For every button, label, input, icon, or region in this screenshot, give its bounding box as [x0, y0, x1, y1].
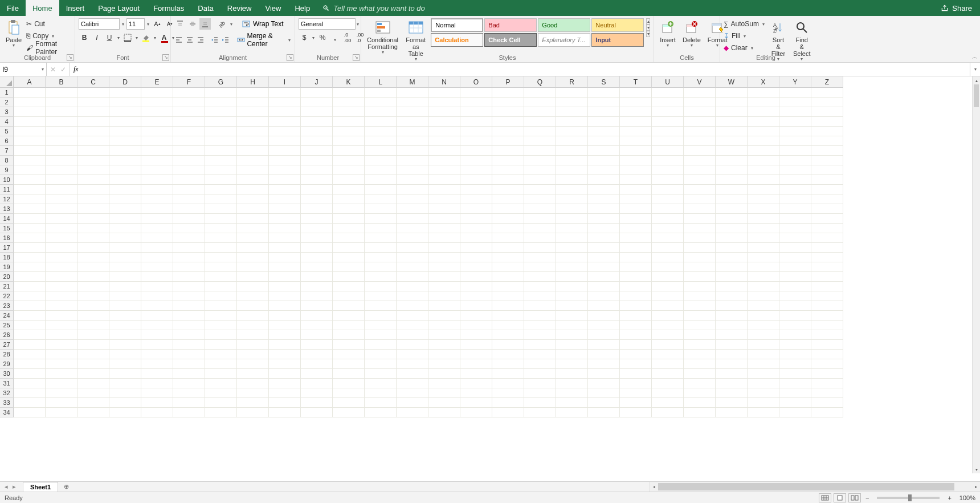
cell[interactable] [77, 107, 109, 117]
cell[interactable] [428, 117, 460, 127]
cell[interactable] [397, 233, 428, 243]
cell[interactable] [556, 408, 588, 417]
cell[interactable] [301, 282, 333, 291]
font-color-icon[interactable]: A [158, 32, 170, 43]
cell[interactable] [397, 350, 428, 359]
cell[interactable] [460, 165, 492, 175]
cell[interactable] [109, 379, 141, 388]
cell[interactable] [333, 204, 365, 214]
cell[interactable] [620, 340, 652, 350]
cell[interactable] [748, 321, 779, 330]
cell[interactable] [428, 233, 460, 243]
cell[interactable] [779, 107, 811, 117]
new-sheet-button[interactable]: ⊕ [60, 482, 72, 492]
cell[interactable] [779, 321, 811, 330]
cell[interactable] [269, 340, 301, 350]
cell[interactable] [237, 117, 269, 127]
cell[interactable] [237, 88, 269, 98]
cell[interactable] [269, 107, 301, 117]
cell[interactable] [428, 388, 460, 398]
cell[interactable] [428, 350, 460, 359]
cell[interactable] [365, 398, 397, 408]
tab-view[interactable]: View [258, 0, 288, 16]
cell[interactable] [748, 330, 779, 340]
row-header[interactable]: 24 [0, 311, 14, 321]
cell[interactable] [588, 98, 620, 107]
cell[interactable] [716, 311, 748, 321]
cell[interactable] [588, 107, 620, 117]
cell[interactable] [333, 233, 365, 243]
cell[interactable] [333, 127, 365, 136]
cell[interactable] [14, 185, 46, 194]
cell[interactable] [524, 301, 556, 311]
cell[interactable] [556, 185, 588, 194]
row-header[interactable]: 32 [0, 388, 14, 398]
cell[interactable] [205, 156, 237, 165]
cell[interactable] [428, 98, 460, 107]
normal-view-icon[interactable] [819, 493, 831, 502]
cell[interactable] [652, 388, 684, 398]
column-header[interactable]: C [77, 76, 109, 88]
scroll-left-icon[interactable]: ◂ [650, 484, 658, 489]
cell[interactable] [333, 379, 365, 388]
cell[interactable] [109, 136, 141, 146]
style-explanatory[interactable]: Explanatory T... [538, 33, 590, 47]
cell[interactable] [46, 379, 77, 388]
cell[interactable] [365, 301, 397, 311]
cell[interactable] [46, 311, 77, 321]
cell[interactable] [397, 117, 428, 127]
cell[interactable] [237, 214, 269, 224]
scroll-right-icon[interactable]: ▸ [972, 484, 980, 489]
column-header[interactable]: R [556, 76, 588, 88]
cell[interactable] [397, 291, 428, 301]
cell[interactable] [237, 194, 269, 204]
row-header[interactable]: 11 [0, 185, 14, 194]
cell[interactable] [237, 165, 269, 175]
cell[interactable] [333, 107, 365, 117]
cell[interactable] [460, 379, 492, 388]
cell[interactable] [652, 379, 684, 388]
cell[interactable] [779, 194, 811, 204]
cell[interactable] [588, 369, 620, 379]
cell[interactable] [14, 146, 46, 156]
column-header[interactable]: H [237, 76, 269, 88]
cell[interactable] [492, 321, 524, 330]
cell[interactable] [779, 291, 811, 301]
cell[interactable] [109, 88, 141, 98]
cell[interactable] [269, 262, 301, 272]
cell[interactable] [301, 388, 333, 398]
cell[interactable] [109, 243, 141, 253]
cell[interactable] [524, 408, 556, 417]
cell[interactable] [269, 272, 301, 282]
cell[interactable] [365, 204, 397, 214]
row-header[interactable]: 27 [0, 340, 14, 350]
cell[interactable] [237, 156, 269, 165]
cell[interactable] [141, 398, 173, 408]
cell[interactable] [173, 185, 205, 194]
row-header[interactable]: 33 [0, 398, 14, 408]
cell[interactable] [14, 350, 46, 359]
cell[interactable] [237, 291, 269, 301]
cell[interactable] [811, 175, 843, 185]
cell[interactable] [269, 388, 301, 398]
cell[interactable] [205, 369, 237, 379]
increase-font-icon[interactable]: A▴ [152, 18, 163, 30]
cell[interactable] [109, 350, 141, 359]
cell[interactable] [237, 98, 269, 107]
cell[interactable] [397, 224, 428, 233]
cell[interactable] [397, 165, 428, 175]
cell[interactable] [652, 301, 684, 311]
cell[interactable] [588, 224, 620, 233]
cell[interactable] [397, 282, 428, 291]
cell[interactable] [588, 136, 620, 146]
cell[interactable] [141, 301, 173, 311]
fill-button[interactable]: ↧ Fill ▾ [724, 30, 766, 42]
cell[interactable] [652, 330, 684, 340]
cell[interactable] [652, 175, 684, 185]
gallery-up-icon[interactable]: ▴ [646, 18, 650, 25]
cell[interactable] [141, 253, 173, 262]
cell[interactable] [237, 107, 269, 117]
cell[interactable] [652, 117, 684, 127]
style-input[interactable]: Input [591, 33, 644, 47]
cell[interactable] [684, 156, 716, 165]
